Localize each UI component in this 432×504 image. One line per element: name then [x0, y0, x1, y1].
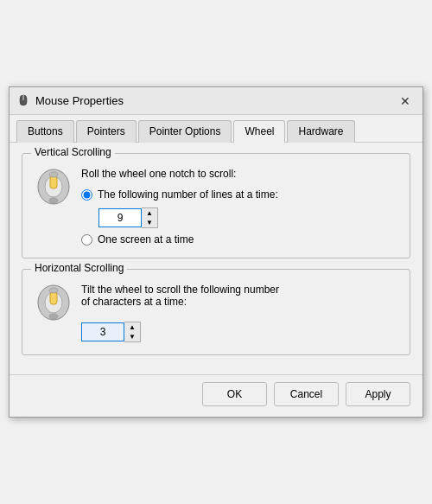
vertical-scroll-description: Roll the wheel one notch to scroll: [81, 168, 278, 180]
tab-content: Vertical Scrolling Roll the wheel one no… [10, 143, 422, 374]
radio-lines-row: The following number of lines at a time: [81, 188, 278, 201]
tab-hardware[interactable]: Hardware [287, 120, 354, 143]
apply-button[interactable]: Apply [346, 382, 410, 406]
lines-increment-button[interactable]: ▲ [142, 208, 157, 218]
chars-decrement-button[interactable]: ▼ [124, 332, 140, 341]
lines-spinner-row: ▲ ▼ [98, 207, 278, 228]
tab-pointers[interactable]: Pointers [76, 120, 137, 143]
vertical-scroll-options: Roll the wheel one notch to scroll: The … [81, 168, 278, 246]
ok-button[interactable]: OK [202, 382, 267, 406]
horizontal-scroll-row: Tilt the wheel to scroll the following n… [35, 284, 397, 342]
vertical-scrolling-group: Vertical Scrolling Roll the wheel one no… [22, 153, 410, 258]
horizontal-scroll-options: Tilt the wheel to scroll the following n… [81, 284, 279, 342]
svg-rect-9 [50, 292, 57, 304]
radio-screen[interactable] [81, 234, 92, 246]
vertical-scrolling-title: Vertical Scrolling [31, 146, 115, 158]
radio-screen-row: One screen at a time [81, 233, 278, 246]
chars-increment-button[interactable]: ▲ [124, 322, 140, 332]
close-button[interactable]: ✕ [395, 91, 416, 112]
svg-point-10 [49, 314, 58, 319]
tab-wheel[interactable]: Wheel [233, 120, 285, 143]
tab-buttons[interactable]: Buttons [16, 120, 74, 143]
horizontal-scroll-description: Tilt the wheel to scroll the following n… [81, 284, 279, 308]
radio-lines[interactable] [81, 189, 92, 201]
svg-point-11 [49, 288, 58, 293]
horizontal-scrolling-group: Horizontal Scrolling Tilt the wheel to s… [22, 269, 410, 355]
vertical-wheel-icon [35, 168, 73, 206]
title-bar: Mouse Properties ✕ [10, 87, 422, 115]
tab-pointer-options[interactable]: Pointer Options [138, 120, 232, 143]
lines-decrement-button[interactable]: ▼ [142, 218, 157, 227]
lines-spinner-buttons: ▲ ▼ [142, 207, 158, 228]
mouse-properties-window: Mouse Properties ✕ Buttons Pointers Poin… [9, 86, 423, 418]
window-title: Mouse Properties [35, 94, 395, 107]
horizontal-wheel-icon [35, 284, 73, 322]
lines-input[interactable] [98, 208, 142, 227]
radio-screen-label[interactable]: One screen at a time [98, 233, 194, 246]
chars-spinner-row: ▲ ▼ [81, 322, 279, 342]
radio-lines-label[interactable]: The following number of lines at a time: [98, 188, 278, 201]
svg-rect-4 [50, 176, 57, 188]
cancel-button[interactable]: Cancel [274, 382, 339, 406]
horizontal-scrolling-title: Horizontal Scrolling [31, 262, 127, 274]
chars-input[interactable] [81, 322, 124, 341]
vertical-scroll-row: Roll the wheel one notch to scroll: The … [35, 168, 397, 246]
svg-point-6 [49, 172, 58, 177]
tabs-row: Buttons Pointers Pointer Options Wheel H… [10, 115, 422, 143]
window-icon [16, 94, 30, 108]
chars-spinner-buttons: ▲ ▼ [124, 322, 141, 342]
svg-point-5 [49, 198, 58, 203]
bottom-bar: OK Cancel Apply [10, 374, 422, 417]
